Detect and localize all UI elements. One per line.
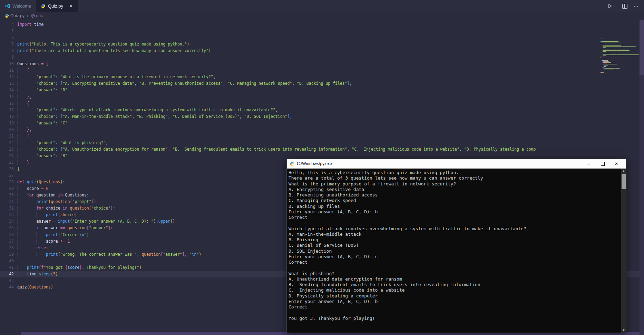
console-line: B. Sending fraudulent emails to trick us… (289, 282, 620, 287)
console-line: What is the primary purpose of a firewal… (289, 181, 620, 187)
console-line: A. Man-in-the-middle attack (289, 232, 620, 237)
console-line: There are a total of 3 question lets see… (289, 175, 620, 181)
console-title: C:\Windows\py.exe (297, 161, 579, 166)
code-line: 20 }, (0, 126, 640, 133)
code-line: 13 "choice": ["A. Encrypting sensitive d… (0, 80, 640, 87)
tab-bar: Welcome Quiz.py ✕ ⌄ ··· (0, 0, 644, 12)
maximize-button[interactable] (596, 159, 609, 169)
breadcrumb-symbol-label: quiz (36, 13, 44, 18)
console-body: Hello, This is a cybersecurity question … (287, 169, 626, 333)
code-line: 7print("Hello, This is a cybersecurity q… (0, 41, 640, 48)
breadcrumb-file-label: Quiz.py (10, 13, 25, 18)
console-line: B. Phishing (289, 237, 620, 243)
tab-quiz-py-label: Quiz.py (48, 3, 63, 9)
console-line (289, 220, 620, 226)
console-line: D. Backing up files (289, 204, 620, 209)
python-icon (41, 4, 46, 9)
code-line: 19 "answer": "C" (0, 120, 640, 126)
code-line: 12 "prompt": "What is the primary purpos… (0, 74, 640, 80)
code-line: 14 "answer": "B" (0, 87, 640, 93)
console-line: Correct (289, 260, 620, 265)
code-line: 8print("There are a total of 3 question … (0, 48, 640, 54)
minimize-button[interactable]: – (582, 159, 596, 169)
symbol-cube-icon (31, 14, 35, 18)
console-line: C. Managing network speed (289, 198, 620, 203)
console-scrollbar-thumb[interactable] (622, 174, 626, 189)
editor-scrollbar-thumb[interactable] (640, 20, 644, 75)
console-line: Correct (289, 304, 620, 310)
run-dropdown-chevron-icon[interactable]: ⌄ (613, 4, 616, 8)
console-line: You got 3. Thankyou for playing! (289, 316, 620, 321)
console-line: Which type of attack involves overwhelmi… (289, 226, 620, 232)
code-line: 10Questions = [ (0, 61, 640, 67)
console-scrollbar[interactable]: ▲ ▼ (621, 169, 626, 333)
console-line: Enter your answer (A, B, C, D): b (289, 299, 620, 304)
code-line: 23 "choice": ["A. Unauthorized data encr… (0, 146, 640, 153)
code-line: 18 "choice": ["A. Man-in-the-middle atta… (0, 113, 640, 120)
close-button[interactable]: ✕ (609, 159, 623, 169)
code-line: 17 "prompt": "Which type of attack invol… (0, 107, 640, 113)
console-line: D. Physically stealing a computer (289, 293, 620, 299)
console-title-bar[interactable]: C:\Windows\py.exe – ✕ (287, 159, 626, 169)
console-line: A. Unauthorized data encryption for rans… (289, 276, 620, 282)
code-line: 21 { (0, 133, 640, 140)
console-line (289, 265, 620, 271)
code-line: 9 (0, 54, 640, 61)
tab-welcome-label: Welcome (12, 3, 31, 9)
console-line: D. SQL Injection (289, 248, 620, 254)
console-line: Enter your answer (A, B, C, D): b (289, 209, 620, 215)
code-line: 16 { (0, 100, 640, 107)
minimap[interactable] (601, 39, 639, 73)
breadcrumb-symbol[interactable]: quiz (31, 13, 44, 18)
tab-quiz-py[interactable]: Quiz.py ✕ (36, 0, 78, 12)
breadcrumb: Quiz.py › quiz (0, 12, 644, 20)
more-actions-button[interactable]: ··· (634, 3, 638, 9)
code-line: 15 }, (0, 94, 640, 100)
console-line: Enter your answer (A, B, C, D): c (289, 254, 620, 260)
editor-vertical-scrollbar[interactable] (640, 20, 644, 335)
scroll-up-arrow-icon[interactable]: ▲ (621, 169, 626, 173)
tab-welcome[interactable]: Welcome (0, 0, 36, 12)
code-line: 4import time (0, 21, 640, 28)
code-line: 11 { (0, 67, 640, 74)
console-line: Hello, This is a cybersecurity question … (289, 170, 620, 175)
console-line: What is phishing? (289, 271, 620, 276)
breadcrumb-separator: › (27, 13, 28, 18)
vscode-logo-icon (5, 3, 10, 9)
code-line: 22 "prompt": "What is phishing?", (0, 140, 640, 146)
code-line: 5 (0, 28, 640, 34)
console-line: A. Encrypting sensitive data (289, 187, 620, 192)
python-icon (290, 161, 294, 166)
console-output: Hello, This is a cybersecurity question … (289, 170, 620, 321)
run-python-file-button[interactable]: ⌄ (607, 3, 616, 9)
python-console-window[interactable]: C:\Windows\py.exe – ✕ Hello, This is a c… (286, 159, 626, 333)
breadcrumb-file[interactable]: Quiz.py (5, 13, 25, 18)
console-line: C. Injecting malicious code into a websi… (289, 287, 620, 293)
console-line: Correct (289, 215, 620, 220)
python-icon (5, 14, 9, 18)
tab-close-icon[interactable]: ✕ (69, 3, 73, 9)
console-line: B. Preventing unauthorized access (289, 192, 620, 198)
scroll-down-arrow-icon[interactable]: ▼ (621, 328, 626, 333)
console-line: C. Denial of Service (DoS) (289, 243, 620, 248)
console-line (289, 310, 620, 315)
editor-actions: ⌄ ··· (607, 0, 644, 12)
split-editor-button[interactable] (622, 4, 627, 9)
code-line: 6 (0, 34, 640, 41)
